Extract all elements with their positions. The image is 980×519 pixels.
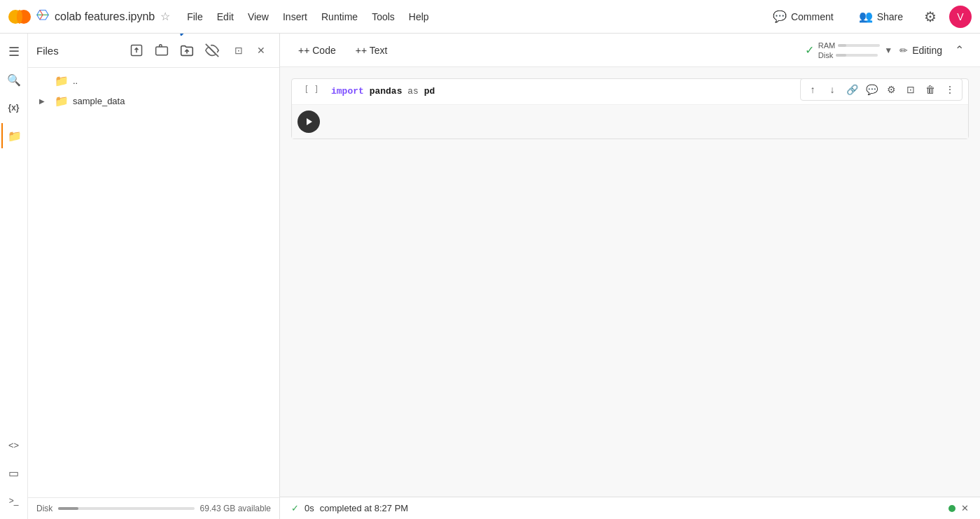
code-icon[interactable]: <> <box>1 432 27 457</box>
cell-run-area <box>292 104 968 138</box>
folder-up-icon: 📁 <box>55 74 69 87</box>
console-icon[interactable]: >_ <box>1 488 27 513</box>
close-status-button[interactable]: ✕ <box>961 503 969 513</box>
menu-insert[interactable]: Insert <box>277 8 313 25</box>
mirror-cell-button[interactable]: ⊡ <box>902 80 920 99</box>
disk-label-toolbar: Disk <box>818 51 833 59</box>
add-code-plus-icon: + <box>298 45 304 56</box>
play-icon <box>304 118 313 126</box>
resource-dropdown[interactable]: ▼ <box>884 45 892 55</box>
panel-expand-button[interactable]: ⊡ <box>229 41 248 60</box>
variables-icon[interactable]: {x} <box>1 95 27 120</box>
keyword-import: import <box>331 86 364 97</box>
connected-check-icon: ✓ <box>805 43 814 57</box>
add-text-button[interactable]: + + Text <box>349 42 395 59</box>
collapse-button[interactable]: ⌃ <box>949 41 969 60</box>
module-name: pandas <box>370 86 402 97</box>
share-button[interactable]: 👥 Share <box>850 6 911 27</box>
connect-drive-button[interactable] <box>150 39 173 62</box>
google-drive-icon <box>36 9 49 24</box>
green-dot <box>948 505 955 512</box>
ram-label: RAM <box>818 41 835 50</box>
terminal-icon[interactable]: ▭ <box>1 460 27 485</box>
add-text-plus-icon: + <box>356 45 361 56</box>
ram-bar <box>838 44 880 47</box>
svg-point-2 <box>17 10 22 24</box>
code-cell: [ ] import pandas as pd ↑ ↓ <box>291 78 969 139</box>
status-check-icon: ✓ <box>291 503 299 513</box>
delete-cell-button[interactable]: 🗑 <box>921 80 939 99</box>
settings-cell-button[interactable]: ⚙ <box>882 80 900 99</box>
add-code-button[interactable]: + + Code <box>291 42 343 59</box>
files-panel-title: Files <box>36 45 125 57</box>
star-icon[interactable]: ☆ <box>160 10 170 23</box>
comment-cell-button[interactable]: 💬 <box>862 80 881 99</box>
colab-logo[interactable] <box>8 6 31 28</box>
toggle-hidden-button[interactable] <box>201 39 223 62</box>
menu-tools[interactable]: Tools <box>366 8 400 25</box>
cell-gutter: [ ] <box>292 79 331 104</box>
move-down-button[interactable]: ↓ <box>823 80 841 99</box>
share-icon: 👥 <box>859 10 873 23</box>
disk-available: 69.43 GB available <box>200 504 271 513</box>
upload-file-icon <box>130 43 144 57</box>
hide-icon <box>204 43 220 58</box>
edit-pencil-icon: ✏ <box>899 45 908 56</box>
upload-file-button[interactable] <box>125 39 148 62</box>
panel-close-button[interactable]: ✕ <box>251 41 271 60</box>
menu-icon[interactable]: ☰ <box>1 39 27 64</box>
file-title: colab features.ipynb <box>55 10 155 23</box>
link-button[interactable]: 🔗 <box>843 80 861 99</box>
expand-arrow-icon[interactable]: ▶ <box>39 97 50 105</box>
disk-bar-toolbar <box>836 54 878 57</box>
move-up-button[interactable]: ↑ <box>804 80 822 99</box>
comment-button[interactable]: 💬 Comment <box>764 6 842 27</box>
file-item-parent[interactable]: 📁 .. <box>28 71 279 91</box>
status-completed: completed at 8:27 PM <box>320 503 408 513</box>
svg-rect-4 <box>156 47 168 55</box>
file-item-label: .. <box>73 76 78 86</box>
alias-name: pd <box>424 86 435 97</box>
avatar[interactable]: V <box>949 6 972 28</box>
svg-marker-5 <box>307 118 312 125</box>
disk-usage-bar <box>58 507 194 510</box>
settings-button[interactable]: ⚙ <box>920 4 941 29</box>
more-options-button[interactable]: ⋮ <box>941 80 959 99</box>
disk-label: Disk <box>36 504 52 513</box>
file-item-sample-data[interactable]: ▶ 📁 sample_data <box>28 91 279 111</box>
search-icon[interactable]: 🔍 <box>1 67 27 92</box>
folder-icon: 📁 <box>55 94 69 108</box>
as-keyword: as <box>407 86 419 97</box>
arrow-indicator <box>172 34 193 36</box>
status-time: 0s <box>304 503 314 513</box>
menu-view[interactable]: View <box>242 8 274 25</box>
colab-logo-icon <box>8 6 31 28</box>
menu-edit[interactable]: Edit <box>211 8 239 25</box>
upload-folder-icon <box>179 43 195 58</box>
comment-icon: 💬 <box>773 10 787 23</box>
menu-file[interactable]: File <box>181 8 209 25</box>
menu-help[interactable]: Help <box>403 8 435 25</box>
run-cell-button[interactable] <box>298 111 320 133</box>
folder-label: sample_data <box>73 96 125 106</box>
cell-toolbar: ↑ ↓ 🔗 💬 ⚙ ⊡ 🗑 ⋮ <box>800 78 962 101</box>
upload-folder-button[interactable] <box>176 39 198 62</box>
files-icon[interactable]: 📁 <box>1 123 27 148</box>
connect-drive-icon <box>155 43 169 57</box>
editing-label: Editing <box>912 45 942 56</box>
menu-runtime[interactable]: Runtime <box>316 8 363 25</box>
